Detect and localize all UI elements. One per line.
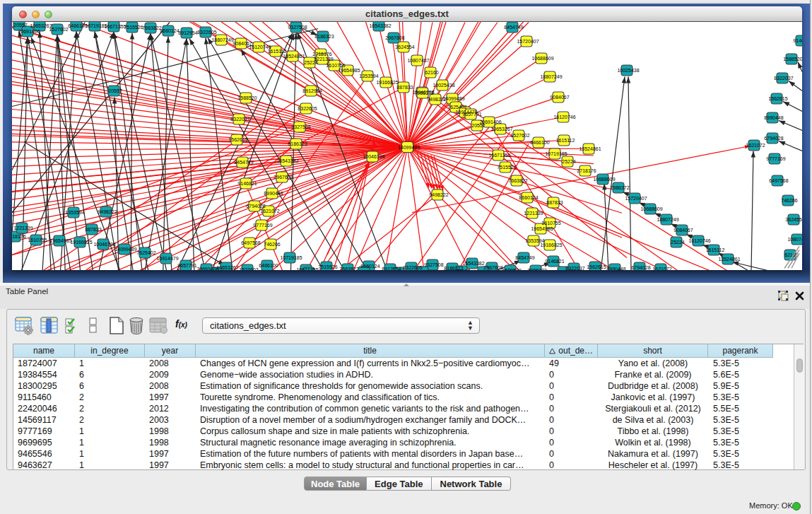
svg-text:10025438: 10025438	[473, 269, 495, 271]
svg-text:746266: 746266	[264, 242, 280, 247]
svg-text:6497568: 6497568	[300, 270, 319, 271]
svg-text:20691406: 20691406	[479, 119, 501, 124]
svg-text:8322605: 8322605	[197, 30, 216, 35]
svg-text:19166825: 19166825	[70, 240, 92, 245]
svg-text:7986372: 7986372	[527, 268, 546, 271]
svg-text:1562615: 1562615	[768, 96, 787, 101]
svg-text:10025438: 10025438	[433, 83, 454, 88]
svg-text:15720407: 15720407	[553, 269, 575, 271]
svg-text:6466100: 6466100	[259, 263, 278, 268]
svg-text:9146821: 9146821	[237, 181, 257, 186]
svg-text:8990448: 8990448	[264, 191, 283, 196]
svg-text:8186323: 8186323	[288, 141, 307, 146]
svg-text:16543382: 16543382	[369, 23, 391, 28]
svg-text:1588520: 1588520	[783, 57, 802, 62]
svg-text:20557: 20557	[108, 88, 122, 93]
svg-text:8322037: 8322037	[230, 117, 249, 122]
svg-text:16914479: 16914479	[156, 256, 178, 261]
svg-text:887833: 887833	[396, 85, 413, 90]
svg-text:2718176: 2718176	[312, 52, 331, 57]
svg-text:9327508: 9327508	[288, 25, 307, 30]
svg-text:10688609: 10688609	[593, 177, 615, 182]
svg-text:7663822: 7663822	[508, 178, 527, 183]
svg-text:887833: 887833	[546, 200, 563, 205]
svg-text:6466100: 6466100	[530, 140, 549, 145]
svg-text:1562615: 1562615	[587, 264, 606, 269]
svg-text:1615112: 1615112	[556, 138, 575, 143]
svg-text:7663822: 7663822	[142, 25, 161, 30]
svg-text:10807487: 10807487	[787, 237, 802, 242]
svg-text:25224: 25224	[562, 159, 576, 164]
svg-text:7515526: 7515526	[124, 25, 143, 30]
svg-text:18807249: 18807249	[657, 217, 678, 222]
svg-text:8454749: 8454749	[515, 255, 534, 260]
svg-text:16671355: 16671355	[104, 24, 126, 29]
svg-text:1588520: 1588520	[237, 95, 257, 100]
svg-text:9657791: 9657791	[462, 112, 481, 117]
svg-text:10688609: 10688609	[640, 206, 662, 211]
svg-text:62160: 62160	[456, 269, 470, 271]
svg-text:10653267: 10653267	[216, 265, 238, 270]
svg-text:1621072: 1621072	[652, 267, 671, 271]
svg-text:1527602: 1527602	[510, 133, 529, 138]
svg-text:6497568: 6497568	[241, 240, 260, 245]
svg-text:7986372: 7986372	[610, 185, 629, 190]
svg-text:19166825: 19166825	[540, 243, 562, 247]
svg-text:19166825: 19166825	[376, 80, 398, 85]
svg-text:62160: 62160	[425, 70, 439, 75]
svg-text:7625402: 7625402	[136, 250, 155, 255]
svg-text:1353594: 1353594	[65, 210, 84, 215]
svg-text:1610755: 1610755	[28, 238, 47, 243]
svg-text:1621072: 1621072	[746, 143, 765, 148]
svg-text:13524861: 13524861	[283, 54, 305, 59]
svg-text:8186323: 8186323	[314, 34, 334, 39]
svg-text:746266: 746266	[357, 269, 373, 271]
svg-text:18807249: 18807249	[211, 37, 233, 42]
svg-text:8990448: 8990448	[764, 115, 783, 120]
svg-text:8660124: 8660124	[519, 195, 538, 200]
svg-text:746266: 746266	[781, 198, 797, 203]
svg-text:8454749: 8454749	[234, 160, 253, 165]
svg-text:1221339: 1221339	[314, 57, 333, 62]
svg-text:10807487: 10807487	[413, 269, 435, 271]
svg-text:10046798: 10046798	[93, 242, 115, 247]
svg-text:8660124: 8660124	[360, 264, 379, 269]
svg-text:10046798: 10046798	[363, 154, 384, 159]
svg-text:8322037: 8322037	[774, 76, 793, 81]
svg-text:8660124: 8660124	[160, 28, 179, 33]
svg-text:3624554: 3624554	[390, 270, 409, 271]
svg-text:14099489: 14099489	[114, 247, 136, 252]
svg-text:8912954: 8912954	[178, 30, 197, 35]
svg-text:1527602: 1527602	[239, 267, 258, 271]
svg-text:20557: 20557	[13, 23, 28, 28]
svg-text:1221339: 1221339	[13, 226, 33, 230]
svg-text:16543382: 16543382	[462, 261, 484, 266]
svg-text:1621072: 1621072	[260, 209, 279, 214]
svg-text:9146821: 9146821	[545, 259, 564, 264]
svg-text:9657791: 9657791	[177, 263, 196, 268]
svg-text:10025438: 10025438	[617, 68, 639, 73]
svg-text:6794028: 6794028	[764, 136, 783, 141]
svg-text:7515526: 7515526	[497, 165, 516, 170]
svg-text:8322605: 8322605	[298, 106, 317, 111]
svg-text:6794028: 6794028	[246, 204, 265, 209]
svg-text:1562615: 1562615	[228, 137, 247, 142]
svg-text:7625402: 7625402	[447, 105, 466, 110]
svg-text:10653267: 10653267	[490, 127, 512, 132]
svg-text:6794028: 6794028	[631, 265, 650, 270]
svg-text:2718176: 2718176	[12, 234, 26, 239]
svg-text:8912954: 8912954	[302, 88, 322, 93]
svg-text:2967608: 2967608	[273, 175, 293, 180]
svg-text:14099489: 14099489	[442, 96, 464, 101]
svg-text:9146821: 9146821	[793, 38, 802, 43]
svg-text:15720407: 15720407	[625, 196, 647, 201]
svg-text:9777169: 9777169	[208, 270, 227, 271]
svg-text:9327508: 9327508	[424, 262, 443, 267]
svg-text:9084067: 9084067	[673, 228, 693, 233]
svg-text:9777169: 9777169	[766, 156, 785, 161]
svg-text:2967608: 2967608	[385, 35, 404, 40]
svg-text:1221339: 1221339	[524, 211, 543, 216]
svg-text:1527602: 1527602	[49, 27, 68, 32]
svg-text:14099489: 14099489	[398, 144, 420, 149]
svg-text:7986372: 7986372	[414, 90, 433, 95]
